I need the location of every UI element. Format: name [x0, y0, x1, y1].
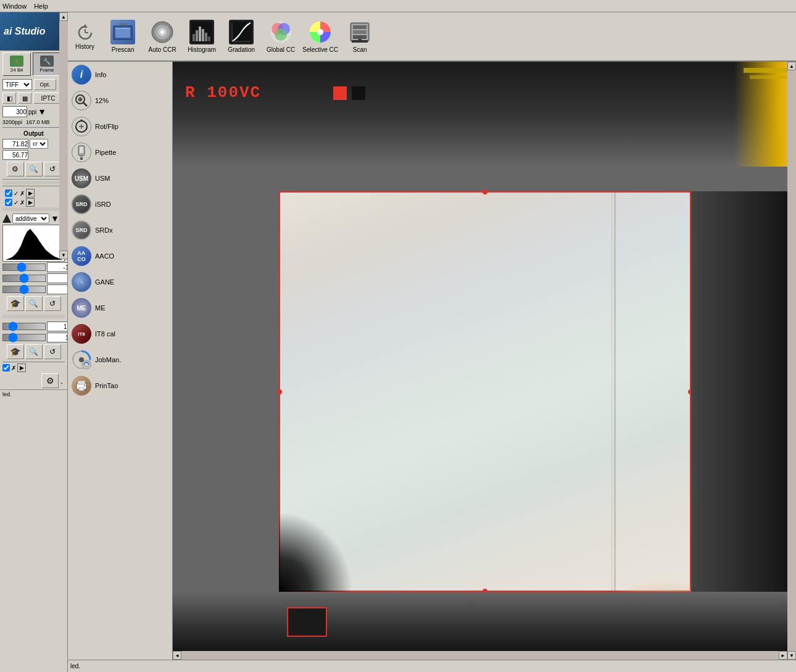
scroll-up-btn[interactable]: ▲	[59, 12, 68, 21]
svg-rect-49	[80, 158, 83, 160]
output-label: Output	[0, 129, 67, 138]
globalcc-btn[interactable]: Global CC	[262, 15, 299, 58]
bottom-icon-4[interactable]: 🎓	[7, 344, 24, 359]
num-input-4[interactable]	[47, 321, 68, 331]
histogram-btn[interactable]: Histogram	[183, 15, 220, 58]
info-btn[interactable]: i Info	[68, 62, 164, 88]
v-scroll-up[interactable]: ▲	[787, 62, 796, 70]
h-scroll-left[interactable]: ◄	[173, 651, 181, 660]
left-settings-panel: ai Studio 🌴 24 Bit 🔧 Frame TIFF JPEG	[0, 12, 68, 672]
frame-btn[interactable]: 🔧 Frame	[33, 52, 61, 76]
divider-4	[2, 362, 65, 362]
prescan-btn[interactable]: Prescan	[104, 15, 141, 58]
output-height[interactable]	[2, 150, 28, 160]
v-scroll-down[interactable]: ▼	[787, 651, 796, 660]
scroll-thumb-left	[59, 21, 68, 251]
history-btn[interactable]: History	[73, 21, 97, 52]
svg-marker-0	[83, 24, 88, 28]
icon-btn-2[interactable]: ▦	[18, 93, 31, 104]
prescan-label: Prescan	[112, 46, 135, 53]
ppi-input[interactable]	[2, 106, 27, 117]
autocorr-btn[interactable]: Auto CCR	[144, 15, 181, 58]
additive-arrow[interactable]: ▼	[51, 214, 59, 223]
slider-3[interactable]	[2, 286, 46, 293]
expand-bar-2[interactable]	[2, 207, 65, 211]
svg-rect-4	[115, 28, 130, 38]
icon-btn-1[interactable]: ◧	[2, 93, 16, 104]
bottom-icon-1[interactable]: 🎓	[7, 296, 24, 311]
gane-btn[interactable]: ↑ GANE	[68, 269, 164, 295]
zoom-btn[interactable]: 12%	[68, 88, 164, 114]
output-width[interactable]	[2, 139, 28, 149]
output-unit-select[interactable]: cm in px	[30, 139, 48, 149]
expand-bar-1[interactable]	[2, 181, 65, 185]
red-dot-left	[277, 389, 282, 394]
film-marker-1	[333, 86, 347, 100]
svg-rect-15	[199, 27, 201, 41]
pipette-btn[interactable]: Pipette	[68, 139, 164, 165]
check-3[interactable]	[2, 364, 10, 371]
gradation-btn[interactable]: Gradation	[223, 15, 260, 58]
histogram-chart	[6, 225, 62, 260]
check-1[interactable]	[5, 189, 12, 197]
srdx-btn[interactable]: SRD SRDx	[68, 217, 164, 243]
menu-window[interactable]: Window	[2, 2, 27, 10]
expand-bar-3[interactable]	[2, 315, 65, 318]
isrd-icon: SRD	[72, 194, 91, 214]
format-select[interactable]: TIFF JPEG BMP	[2, 79, 32, 90]
collapse-1[interactable]: ▶	[26, 189, 35, 197]
printao-label: PrinTao	[95, 382, 118, 389]
usm-btn[interactable]: USM USM	[68, 165, 164, 191]
jobman-label: JobMan.	[95, 356, 121, 363]
num-input-2[interactable]	[47, 273, 68, 283]
collapse-3[interactable]: ▶	[17, 363, 26, 372]
svg-rect-5	[115, 28, 130, 29]
zoom-icon	[72, 91, 91, 110]
slider-1[interactable]	[2, 263, 46, 271]
slider-2[interactable]	[2, 275, 46, 282]
bottom-icon-5[interactable]: 🔍	[25, 344, 43, 359]
additive-select[interactable]: additive subtractive	[12, 214, 49, 223]
film-bottom-strip	[173, 592, 796, 660]
usm-label: USM	[95, 175, 110, 182]
bottom-icon-2[interactable]: 🔍	[25, 296, 43, 311]
scan-btn[interactable]: Scan	[341, 15, 378, 58]
settings-icon-btn[interactable]: ⚙	[7, 162, 24, 176]
num-input-3[interactable]	[47, 284, 68, 294]
svg-rect-31	[353, 25, 367, 29]
jobman-btn[interactable]: JobMan.	[68, 347, 164, 373]
iptc-button[interactable]: IPTC	[33, 93, 63, 104]
rotflip-btn[interactable]: Rot/Flip	[68, 114, 164, 139]
divider-2	[2, 179, 65, 180]
bottom-status-bar: led.	[68, 660, 796, 672]
gear-arrow[interactable]: .	[59, 373, 65, 388]
me-btn[interactable]: ME ME	[68, 295, 164, 321]
gear-btn[interactable]: ⚙	[41, 373, 59, 388]
opt-button[interactable]: Opt.	[34, 79, 56, 90]
slider-4[interactable]	[2, 323, 46, 330]
it8cal-btn[interactable]: IT8 IT8 cal	[68, 321, 164, 347]
bottom-icon-6[interactable]: ↺	[44, 344, 61, 359]
slider-5[interactable]	[2, 334, 46, 341]
check-2[interactable]	[5, 199, 12, 206]
bit-mode-btn[interactable]: 🌴 24 Bit	[2, 52, 31, 76]
right-area: History Prescan	[68, 12, 796, 672]
menu-bar: Window Help	[0, 0, 796, 12]
selectivecc-btn[interactable]: Selective CC	[302, 15, 339, 58]
collapse-2[interactable]: ▶	[26, 198, 35, 207]
isrd-btn[interactable]: SRD iSRD	[68, 191, 164, 217]
scroll-down-btn[interactable]: ▼	[59, 251, 68, 259]
aaco-btn[interactable]: AACO AACO	[68, 243, 164, 269]
refresh-icon-btn[interactable]: ↺	[44, 162, 61, 176]
printao-btn[interactable]: PrinTao	[68, 373, 164, 399]
bottom-icon-3[interactable]: ↺	[44, 296, 61, 311]
num-input-5[interactable]	[47, 333, 68, 342]
zoom-icon-btn[interactable]: 🔍	[25, 162, 43, 176]
svg-point-56	[84, 385, 86, 387]
menu-help[interactable]: Help	[34, 2, 48, 10]
h-scroll-right[interactable]: ►	[779, 651, 787, 660]
gear-row: ⚙ .	[0, 372, 67, 389]
ppi-arrow[interactable]: ▼	[38, 107, 46, 117]
num-input-1[interactable]	[47, 262, 68, 272]
canvas-viewport: R 100VC	[173, 62, 796, 660]
